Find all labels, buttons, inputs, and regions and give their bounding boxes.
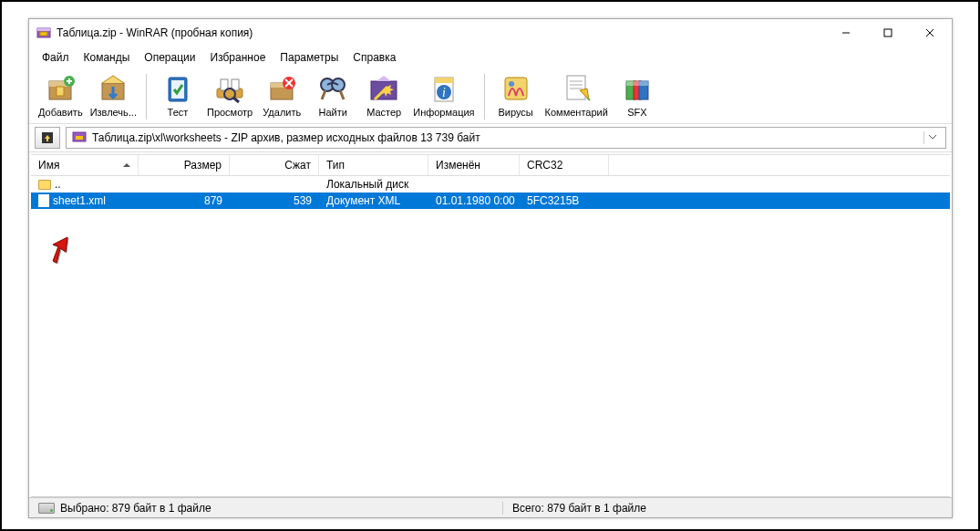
- file-type: Документ XML: [319, 194, 428, 207]
- svg-rect-35: [505, 78, 527, 99]
- svg-text:i: i: [442, 86, 446, 99]
- status-right: Всего: 879 байт в 1 файле: [503, 502, 952, 515]
- find-icon: [316, 72, 349, 105]
- col-modified[interactable]: Изменён: [428, 155, 520, 175]
- comment-label: Комментарий: [545, 107, 608, 118]
- file-crc: 5FC3215B: [520, 194, 609, 207]
- maximize-button[interactable]: [867, 19, 909, 47]
- menu-help[interactable]: Справка: [346, 48, 403, 67]
- file-row[interactable]: sheet1.xml 879 539 Документ XML 01.01.19…: [31, 193, 950, 209]
- svg-rect-2: [40, 32, 47, 36]
- wizard-button[interactable]: Мастер: [358, 70, 409, 120]
- sfx-button[interactable]: SFX: [612, 70, 663, 120]
- status-left: Выбрано: 879 байт в 1 файле: [29, 502, 503, 515]
- file-packed: 539: [230, 194, 319, 207]
- file-name: sheet1.xml: [53, 194, 106, 207]
- parent-folder-row[interactable]: .. Локальный диск: [31, 176, 950, 193]
- col-crc[interactable]: CRC32: [520, 155, 609, 175]
- path-dropdown-icon[interactable]: [923, 131, 940, 144]
- column-headers: Имя Размер Сжат Тип Изменён CRC32: [31, 154, 950, 176]
- menu-bar: Файл Команды Операции Избранное Параметр…: [29, 47, 952, 68]
- title-bar[interactable]: Таблица.zip - WinRAR (пробная копия): [29, 19, 952, 47]
- extract-button[interactable]: Извлечь...: [87, 70, 140, 120]
- sfx-label: SFX: [627, 107, 646, 118]
- view-label: Просмотр: [207, 107, 253, 118]
- test-button[interactable]: Тест: [152, 70, 203, 120]
- col-type[interactable]: Тип: [319, 155, 428, 175]
- info-button[interactable]: i Информация: [409, 70, 478, 120]
- test-icon: [161, 72, 194, 105]
- minimize-button[interactable]: [825, 19, 867, 47]
- extract-icon: [97, 72, 129, 105]
- delete-icon: [265, 72, 298, 105]
- svg-line-26: [322, 90, 325, 99]
- add-label: Добавить: [38, 107, 83, 118]
- info-icon: i: [428, 72, 460, 105]
- address-bar: Таблица.zip\xl\worksheets - ZIP архив, р…: [29, 124, 952, 152]
- comment-button[interactable]: Комментарий: [542, 70, 612, 120]
- xml-file-icon: [38, 194, 49, 207]
- svg-rect-1: [37, 28, 50, 31]
- extract-label: Извлечь...: [90, 107, 137, 118]
- add-button[interactable]: Добавить: [35, 70, 87, 120]
- info-label: Информация: [413, 107, 474, 118]
- drive-icon: [38, 503, 55, 514]
- menu-file[interactable]: Файл: [35, 48, 77, 67]
- view-button[interactable]: Просмотр: [203, 70, 256, 120]
- status-bar: Выбрано: 879 байт в 1 файле Всего: 879 б…: [29, 497, 952, 517]
- svg-rect-32: [435, 78, 453, 83]
- virus-button[interactable]: Вирусы: [490, 70, 542, 120]
- path-field[interactable]: Таблица.zip\xl\worksheets - ZIP архив, р…: [66, 127, 946, 149]
- menu-operations[interactable]: Операции: [137, 48, 202, 67]
- svg-line-18: [233, 98, 239, 102]
- col-packed[interactable]: Сжат: [230, 155, 319, 175]
- up-arrow-icon: [40, 130, 55, 145]
- menu-favorites[interactable]: Избранное: [203, 48, 273, 67]
- svg-point-36: [509, 81, 514, 87]
- delete-label: Удалить: [263, 107, 301, 118]
- col-size[interactable]: Размер: [139, 155, 230, 175]
- find-button[interactable]: Найти: [307, 70, 358, 120]
- svg-rect-37: [567, 76, 585, 99]
- virus-label: Вирусы: [498, 107, 532, 118]
- status-total: Всего: 879 байт в 1 файле: [512, 502, 646, 515]
- toolbar-separator: [146, 74, 147, 120]
- delete-button[interactable]: Удалить: [256, 70, 307, 120]
- svg-marker-29: [377, 76, 391, 81]
- menu-options[interactable]: Параметры: [273, 48, 346, 67]
- find-label: Найти: [319, 107, 347, 118]
- path-text: Таблица.zip\xl\worksheets - ZIP архив, р…: [92, 131, 918, 144]
- menu-commands[interactable]: Команды: [77, 48, 138, 67]
- status-selected: Выбрано: 879 байт в 1 файле: [60, 502, 211, 515]
- toolbar: Добавить Извлечь... Тест Просмотр Удалит…: [29, 68, 952, 124]
- parent-name: ..: [55, 178, 61, 191]
- comment-icon: [560, 72, 593, 105]
- toolbar-separator: [484, 74, 485, 120]
- test-label: Тест: [168, 107, 189, 118]
- file-list[interactable]: .. Локальный диск sheet1.xml 879 539 Док…: [31, 176, 950, 497]
- wizard-icon: [367, 72, 400, 105]
- folder-icon: [38, 180, 51, 190]
- svg-rect-47: [76, 136, 83, 140]
- svg-rect-9: [57, 87, 64, 96]
- file-modified: 01.01.1980 0:00: [428, 194, 520, 207]
- svg-rect-44: [626, 81, 648, 86]
- parent-type: Локальный диск: [319, 178, 428, 191]
- svg-line-27: [340, 90, 344, 99]
- add-icon: [44, 72, 77, 105]
- sfx-icon: [621, 72, 654, 105]
- archive-icon: [72, 130, 87, 147]
- close-button[interactable]: [909, 19, 951, 47]
- winrar-icon: [36, 26, 51, 40]
- wizard-label: Мастер: [366, 107, 401, 118]
- winrar-window: Таблица.zip - WinRAR (пробная копия) Фай…: [28, 18, 953, 518]
- file-size: 879: [139, 194, 230, 207]
- window-title: Таблица.zip - WinRAR (пробная копия): [57, 26, 825, 39]
- view-icon: [213, 72, 246, 105]
- virus-icon: [500, 72, 532, 105]
- up-button[interactable]: [35, 127, 60, 149]
- svg-rect-4: [884, 29, 892, 36]
- col-name[interactable]: Имя: [31, 155, 139, 175]
